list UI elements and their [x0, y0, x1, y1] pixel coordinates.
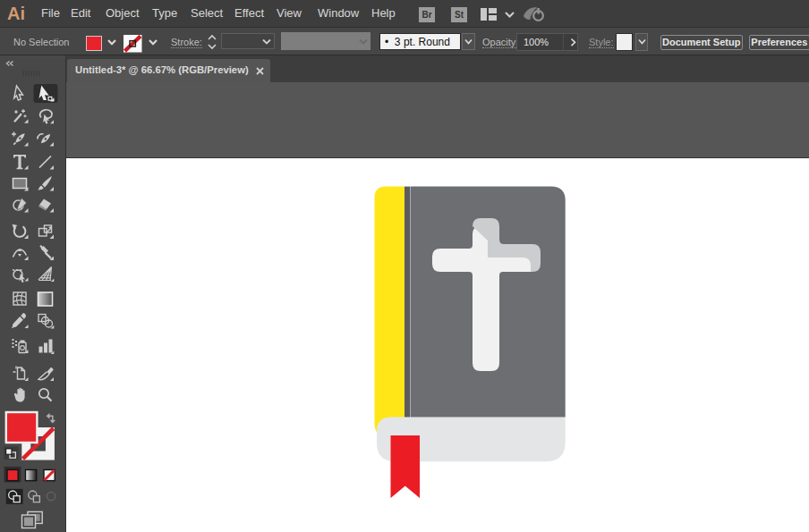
svg-text:Br: Br	[422, 10, 431, 20]
svg-text:St: St	[455, 10, 464, 20]
